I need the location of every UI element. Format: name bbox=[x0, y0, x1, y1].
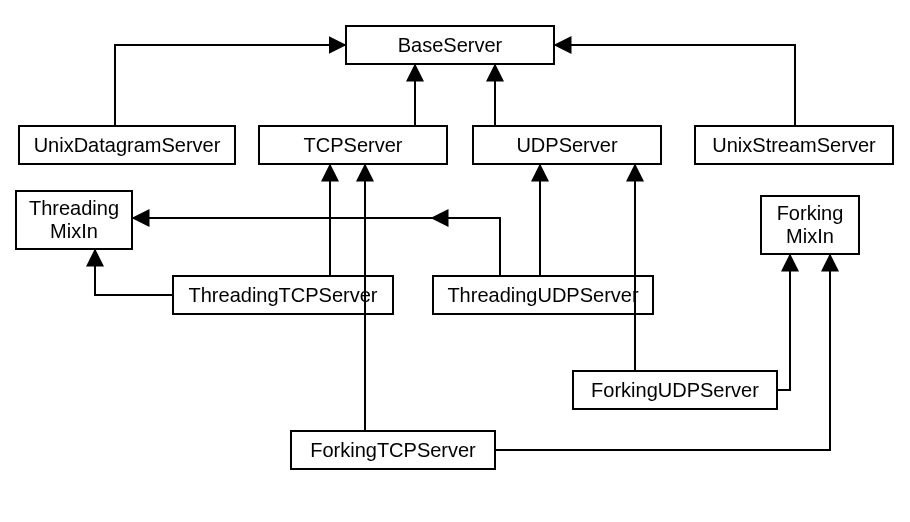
node-label: BaseServer bbox=[398, 34, 503, 57]
node-label: TCPServer bbox=[304, 134, 403, 157]
node-forkingmixin: Forking MixIn bbox=[760, 195, 860, 255]
node-threadingudpserver: ThreadingUDPServer bbox=[432, 275, 654, 315]
node-label: ThreadingUDPServer bbox=[447, 284, 638, 307]
node-label: ForkingUDPServer bbox=[591, 379, 759, 402]
edge-forkudp-forkmixin bbox=[778, 255, 790, 390]
node-forkingudpserver: ForkingUDPServer bbox=[572, 370, 778, 410]
node-label: Forking MixIn bbox=[777, 202, 844, 248]
node-threadingmixin: Threading MixIn bbox=[15, 190, 133, 250]
node-label: UDPServer bbox=[516, 134, 617, 157]
node-baseserver: BaseServer bbox=[345, 25, 555, 65]
node-label: ThreadingTCPServer bbox=[189, 284, 378, 307]
node-label: Threading MixIn bbox=[29, 197, 119, 243]
edge-thrudp-thrmixin-stub bbox=[432, 218, 500, 275]
node-tcpserver: TCPServer bbox=[258, 125, 448, 165]
node-unixdatagramserver: UnixDatagramServer bbox=[18, 125, 236, 165]
edge-thrtcp-thrmixin bbox=[95, 250, 172, 295]
node-label: UnixDatagramServer bbox=[34, 134, 221, 157]
edge-uss-base bbox=[555, 45, 795, 125]
node-threadingtcpserver: ThreadingTCPServer bbox=[172, 275, 394, 315]
node-unixstreamserver: UnixStreamServer bbox=[694, 125, 894, 165]
node-udpserver: UDPServer bbox=[472, 125, 662, 165]
edge-uds-base bbox=[115, 45, 345, 125]
node-forkingtcpserver: ForkingTCPServer bbox=[290, 430, 496, 470]
node-label: UnixStreamServer bbox=[712, 134, 875, 157]
node-label: ForkingTCPServer bbox=[310, 439, 476, 462]
